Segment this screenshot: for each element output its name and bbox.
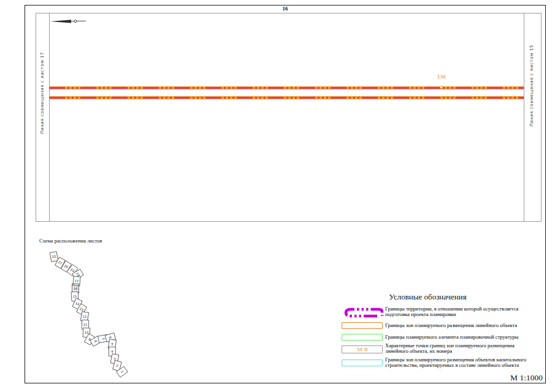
right-edge-label: Линия совмещения с листом 15	[529, 45, 534, 127]
sheet-scheme-title: Схема расположения листов	[39, 238, 102, 244]
territory-boundary-symbol	[342, 306, 385, 318]
sample-point-icon	[364, 348, 367, 351]
right-match-strip-line	[524, 13, 524, 221]
territory-dash-overlay	[49, 97, 524, 99]
drawing-area	[36, 13, 542, 222]
left-match-strip-line	[49, 13, 50, 221]
scale-label: М 1:1000	[510, 373, 543, 383]
svg-text:22: 22	[52, 254, 56, 258]
legend-item-text: Границы территории, в отношении которой …	[385, 306, 546, 317]
territory-dash-overlay	[49, 87, 524, 89]
sample-point-number: 54	[357, 347, 362, 352]
scheme-sheet-22: 22	[50, 252, 58, 262]
sheet-location-scheme: 22212019181716151413121110987654321	[43, 245, 141, 386]
characteristic-points-symbol: 54	[342, 345, 383, 353]
north-arrow-icon	[49, 17, 90, 26]
legend-item-text: Границы зон планируемого размещения лине…	[385, 323, 546, 328]
map-sheet-page: 16 Линия совмещения с листом 17 Линия со…	[0, 0, 555, 392]
legend-item-text: Границы планируемого элемента планировоч…	[385, 334, 546, 340]
legend-title: Условные обозначения	[343, 292, 512, 302]
svg-text:12: 12	[82, 314, 87, 318]
boundary-line-bottom	[49, 96, 524, 99]
boundary-line-top	[49, 86, 524, 89]
legend-item-text: Границы зон планируемого размещения объе…	[385, 357, 546, 368]
linear-object-zone-symbol	[342, 322, 383, 329]
svg-text:11: 11	[83, 323, 88, 326]
svg-text:16: 16	[74, 287, 78, 290]
characteristic-point-icon	[440, 86, 443, 89]
left-edge-label: Линия совмещения с листом 17	[40, 52, 45, 134]
svg-text:17: 17	[74, 279, 78, 284]
characteristic-point-number: 136	[431, 74, 453, 80]
capital-construction-zone-symbol	[342, 360, 383, 366]
planning-element-symbol	[342, 334, 383, 341]
svg-text:15: 15	[73, 295, 77, 298]
legend-item-text: Характерные точки границ зон планируемог…	[385, 343, 546, 354]
svg-text:10: 10	[85, 331, 89, 334]
sheet-number: 16	[25, 6, 546, 12]
